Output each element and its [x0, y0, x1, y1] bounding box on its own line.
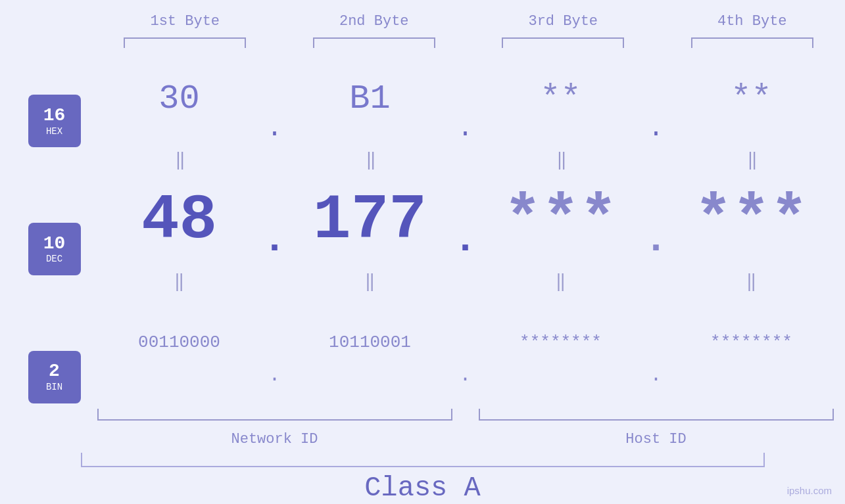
- dot-dec-3: .: [643, 218, 669, 269]
- dec-row: 48 . 177 . *** . ***: [97, 172, 834, 269]
- hex-val-3: **: [540, 80, 581, 118]
- content-row: 16 HEX 10 DEC 2 BIN 30 . B1: [12, 51, 834, 447]
- badge-bin: 2 BIN: [28, 351, 81, 403]
- hex-val-1: 30: [158, 80, 199, 118]
- data-grid: 30 . B1 . ** . ** ‖ ‖: [97, 51, 834, 447]
- host-bracket: [479, 409, 834, 421]
- hex-val-2: B1: [349, 80, 390, 118]
- eq2-4: ‖: [669, 271, 834, 292]
- dot-dec-2: .: [452, 218, 479, 269]
- host-id-label: Host ID: [479, 431, 834, 447]
- equals-row-1: ‖ ‖ ‖ ‖: [97, 147, 834, 172]
- byte-headers: 1st Byte 2nd Byte 3rd Byte 4th Byte: [104, 13, 834, 30]
- hex-val-4: **: [731, 80, 771, 118]
- equals-row-2: ‖ ‖ ‖ ‖: [97, 269, 834, 294]
- network-id-label: Network ID: [97, 431, 452, 447]
- dot-dec-1: .: [262, 218, 288, 269]
- bin-row: 00110000 . 10110001 . ******** . *******…: [97, 294, 834, 390]
- main-container: 1st Byte 2nd Byte 3rd Byte 4th Byte 16 H…: [0, 0, 845, 504]
- bracket-bottom-container: [97, 409, 834, 428]
- bottom-brackets: [97, 393, 834, 409]
- hex-row: 30 . B1 . ** . **: [97, 51, 834, 147]
- eq1-4: ‖: [669, 149, 834, 170]
- bin-val-3: ********: [519, 332, 602, 352]
- header-byte-3: 3rd Byte: [482, 13, 645, 30]
- dot-bin-3: .: [643, 364, 669, 390]
- dec-val-3: ***: [504, 185, 617, 256]
- dec-val-4: ***: [694, 185, 808, 256]
- badge-hex: 16 HEX: [28, 95, 81, 147]
- eq1-2: ‖: [288, 149, 452, 170]
- dot-bin-2: .: [452, 364, 479, 390]
- bin-val-4: ********: [710, 332, 792, 352]
- eq2-1: ‖: [97, 271, 262, 292]
- watermark: ipshu.com: [787, 485, 832, 496]
- id-labels: Network ID Host ID: [97, 431, 834, 447]
- header-byte-1: 1st Byte: [104, 13, 267, 30]
- eq1-3: ‖: [479, 149, 643, 170]
- top-brackets: [104, 34, 834, 48]
- dec-val-2: 177: [313, 185, 427, 256]
- eq2-3: ‖: [479, 271, 643, 292]
- badges-column: 16 HEX 10 DEC 2 BIN: [12, 51, 97, 447]
- dot-hex-3: .: [643, 114, 669, 147]
- bin-val-2: 10110001: [329, 332, 411, 352]
- bin-val-1: 00110000: [138, 332, 220, 352]
- header-byte-4: 4th Byte: [671, 13, 834, 30]
- eq2-2: ‖: [288, 271, 452, 292]
- full-bottom-bracket: [81, 453, 765, 467]
- dec-val-1: 48: [141, 185, 217, 256]
- class-label-row: Class A: [364, 472, 480, 504]
- dot-hex-1: .: [262, 114, 288, 147]
- network-bracket: [97, 409, 452, 421]
- dot-bin-1: .: [262, 364, 288, 390]
- eq1-1: ‖: [97, 149, 262, 170]
- dot-hex-2: .: [452, 114, 479, 147]
- header-byte-2: 2nd Byte: [293, 13, 456, 30]
- class-label: Class A: [364, 472, 480, 504]
- badge-dec: 10 DEC: [28, 223, 81, 275]
